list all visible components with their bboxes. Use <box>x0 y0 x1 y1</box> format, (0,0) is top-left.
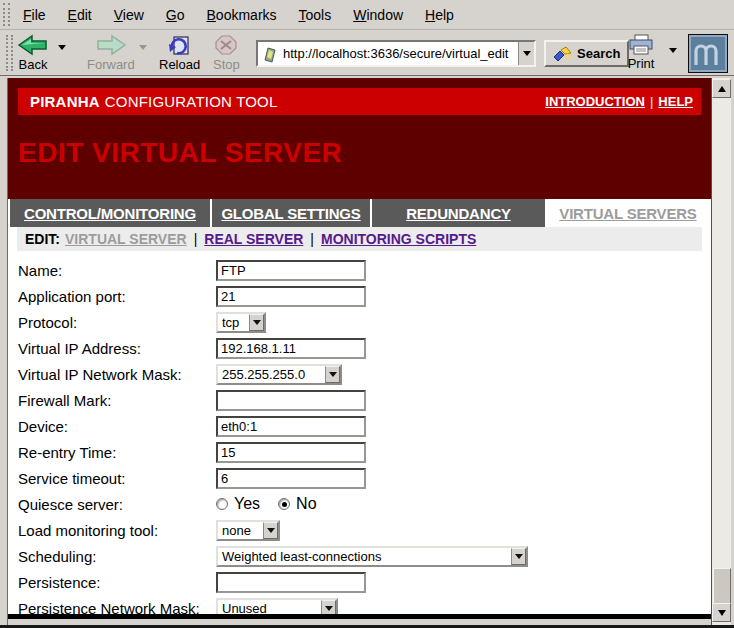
page-title: EDIT VIRTUAL SERVER <box>18 137 711 169</box>
app-title-brand: PIRANHA <box>30 93 100 110</box>
dropdown-arrow-button[interactable] <box>325 366 340 383</box>
vertical-scrollbar[interactable] <box>711 78 731 625</box>
toolbar-grip[interactable] <box>6 35 13 71</box>
subnav-prefix: EDIT: <box>25 231 60 247</box>
reload-button[interactable]: Reload <box>156 33 203 73</box>
subnav-link-virtual-server[interactable]: VIRTUAL SERVER <box>65 231 187 247</box>
field-label: Device: <box>18 418 216 435</box>
menu-window[interactable]: Window <box>348 5 408 25</box>
form-row-device: Device: <box>17 413 702 439</box>
piranha-page: PIRANHACONFIGURATION TOOL INTRODUCTION|H… <box>8 78 711 619</box>
selected-value: Unused <box>218 601 321 615</box>
search-button[interactable]: Search <box>544 40 629 67</box>
mozilla-m-icon <box>693 41 723 67</box>
input-virtual-ip-address[interactable] <box>216 338 366 359</box>
scroll-up-button[interactable] <box>712 79 731 98</box>
dropdown-arrow-button[interactable] <box>321 600 336 615</box>
back-button[interactable]: Back <box>14 33 52 73</box>
url-bar <box>256 40 536 67</box>
page-footer-rule <box>8 614 711 619</box>
scroll-down-button[interactable] <box>712 603 731 622</box>
input-device[interactable] <box>216 416 366 437</box>
help-link[interactable]: HELP <box>658 94 693 109</box>
menu-edit[interactable]: Edit <box>63 5 97 25</box>
field-label: Name: <box>18 262 216 279</box>
scroll-up-icon <box>718 86 726 92</box>
window-border-left <box>0 78 8 625</box>
field-label: Re-entry Time: <box>18 444 216 461</box>
selected-value: 255.255.255.0 <box>218 367 325 382</box>
form-row-quiesce-server: Quiesce server:YesNo <box>17 491 702 517</box>
select-protocol[interactable]: tcp <box>216 312 266 333</box>
menu-tools[interactable]: Tools <box>294 5 337 25</box>
back-dropdown-icon[interactable] <box>58 45 66 50</box>
page-bookmark-icon <box>261 45 279 63</box>
forward-label: Forward <box>87 57 135 72</box>
dropdown-arrow-button[interactable] <box>249 314 264 331</box>
stop-button[interactable]: Stop <box>210 33 243 73</box>
subnav-links: VIRTUAL SERVER|REAL SERVER|MONITORING SC… <box>65 231 476 247</box>
tab-control-monitoring[interactable]: CONTROL/MONITORING <box>10 199 212 227</box>
field-label: Virtual IP Address: <box>18 340 216 357</box>
form-row-re-entry-time: Re-entry Time: <box>17 439 702 465</box>
mozilla-logo[interactable] <box>688 34 728 73</box>
chevron-down-icon <box>329 372 337 377</box>
field-label: Service timeout: <box>18 470 216 487</box>
url-input[interactable] <box>281 46 518 61</box>
input-name[interactable] <box>216 260 366 281</box>
input-service-timeout[interactable] <box>216 468 366 489</box>
form-row-persistence: Persistence: <box>17 569 702 595</box>
menu-go[interactable]: Go <box>161 5 190 25</box>
tab-global-settings[interactable]: GLOBAL SETTINGS <box>212 199 372 227</box>
selected-value: tcp <box>218 315 249 330</box>
form-row-load-monitoring-tool: Load monitoring tool:none <box>17 517 702 543</box>
menu-bar: FileEditViewGoBookmarksToolsWindowHelp <box>0 0 734 30</box>
forward-dropdown-icon[interactable] <box>139 45 147 50</box>
toolbar-grip[interactable] <box>3 3 10 26</box>
introduction-link[interactable]: INTRODUCTION <box>545 94 645 109</box>
radio-quiesce-server-yes[interactable] <box>216 498 228 510</box>
form-row-firewall-mark: Firewall Mark: <box>17 387 702 413</box>
input-application-port[interactable] <box>216 286 366 307</box>
print-label: Print <box>628 56 655 71</box>
stop-label: Stop <box>213 57 240 72</box>
chevron-down-icon <box>253 320 261 325</box>
radio-quiesce-server-no[interactable] <box>278 498 290 510</box>
tab-redundancy[interactable]: REDUNDANCY <box>372 199 547 227</box>
menu-help[interactable]: Help <box>420 5 459 25</box>
reload-icon <box>166 34 194 56</box>
select-load-monitoring-tool[interactable]: none <box>216 520 280 541</box>
menu-bookmarks[interactable]: Bookmarks <box>202 5 282 25</box>
dropdown-arrow-button[interactable] <box>511 548 526 565</box>
url-dropdown-button[interactable] <box>518 42 534 65</box>
field-label: Protocol: <box>18 314 216 331</box>
menu-view[interactable]: View <box>109 5 149 25</box>
menu-items: FileEditViewGoBookmarksToolsWindowHelp <box>18 5 471 25</box>
print-button[interactable]: Print <box>624 33 658 72</box>
select-scheduling[interactable]: Weighted least-connections <box>216 546 528 567</box>
browser-window: FileEditViewGoBookmarksToolsWindowHelp B… <box>0 0 734 628</box>
scrollbar-thumb[interactable] <box>713 568 731 604</box>
input-re-entry-time[interactable] <box>216 442 366 463</box>
print-dropdown-icon[interactable] <box>669 48 677 53</box>
back-label: Back <box>19 57 48 72</box>
field-label: Application port: <box>18 288 216 305</box>
input-persistence[interactable] <box>216 572 366 593</box>
url-dropdown-icon <box>523 51 531 56</box>
input-firewall-mark[interactable] <box>216 390 366 411</box>
tab-virtual-servers[interactable]: VIRTUAL SERVERS <box>547 199 709 227</box>
radio-label: Yes <box>234 495 260 513</box>
subnav-link-monitoring-scripts[interactable]: MONITORING SCRIPTS <box>321 231 476 247</box>
select-persistence-network-mask[interactable]: Unused <box>216 598 338 615</box>
subnav-link-real-server[interactable]: REAL SERVER <box>204 231 303 247</box>
back-arrow-icon <box>17 34 49 56</box>
select-virtual-ip-network-mask[interactable]: 255.255.255.0 <box>216 364 342 385</box>
forward-button[interactable]: Forward <box>84 33 138 73</box>
selected-value: Weighted least-connections <box>218 549 511 564</box>
chevron-down-icon <box>515 554 523 559</box>
menu-file[interactable]: File <box>18 5 51 25</box>
form-row-service-timeout: Service timeout: <box>17 465 702 491</box>
form-row-scheduling: Scheduling:Weighted least-connections <box>17 543 702 569</box>
field-label: Firewall Mark: <box>18 392 216 409</box>
dropdown-arrow-button[interactable] <box>263 522 278 539</box>
